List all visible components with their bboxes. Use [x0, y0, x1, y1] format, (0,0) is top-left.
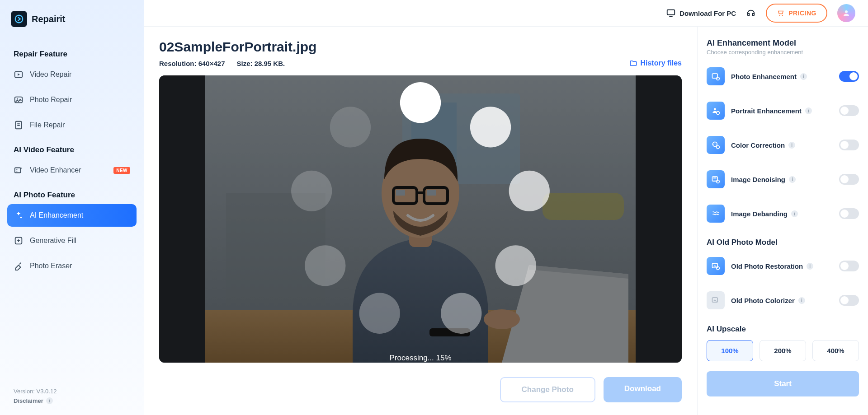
model-photo-enhancement: Photo Enhancementi [707, 59, 859, 93]
panel-heading-upscale: AI Upscale [707, 325, 859, 334]
logo-icon [11, 11, 27, 27]
old-photo-colorizer-icon [707, 291, 725, 309]
image-preview: Processing... 15% [159, 75, 682, 363]
nav-ai-enhancement[interactable]: AI Enhancement [7, 204, 137, 227]
svg-point-43 [712, 142, 717, 146]
meta-row: Resolution: 640×427 Size: 28.95 KB. Hist… [159, 59, 682, 67]
model-label: Image Debandingi [731, 210, 798, 218]
nav-generative-fill[interactable]: Generative Fill [7, 229, 137, 252]
pricing-button[interactable]: PRICING [766, 4, 827, 23]
user-avatar[interactable] [837, 4, 855, 22]
svg-point-35 [359, 293, 400, 334]
svg-point-44 [715, 143, 716, 144]
panel-heading-old-photo: AI Old Photo Model [707, 238, 859, 247]
svg-point-37 [291, 171, 332, 211]
processing-overlay: Processing... 15% [159, 75, 682, 363]
action-buttons: Change Photo Download [159, 377, 682, 402]
model-label: Old Photo Colorizeri [731, 297, 805, 304]
info-icon[interactable]: i [807, 263, 813, 270]
model-label: Image Denoisingi [731, 176, 796, 183]
toggle-photo-enhancement[interactable] [839, 71, 859, 82]
nav-file-repair[interactable]: File Repair [7, 114, 137, 136]
cart-icon [777, 9, 785, 17]
svg-point-34 [441, 293, 481, 334]
toggle-image-denoising[interactable] [839, 174, 859, 185]
svg-point-7 [20, 217, 22, 219]
svg-point-46 [713, 144, 714, 145]
svg-point-32 [509, 171, 550, 211]
start-button[interactable]: Start [707, 371, 859, 396]
svg-point-11 [782, 15, 783, 16]
toggle-old-photo-restoration[interactable] [839, 261, 859, 271]
pricing-label: PRICING [788, 9, 816, 17]
toggle-old-photo-colorizer[interactable] [839, 295, 859, 306]
nav-video-repair[interactable]: Video Repair [7, 63, 137, 86]
history-files-link[interactable]: History files [629, 59, 682, 67]
svg-point-45 [716, 144, 717, 145]
right-panel: AI Enhancement Model Choose correspondin… [697, 27, 868, 415]
content: 02SampleForPortrait.jpg Resolution: 640×… [144, 27, 868, 415]
video-repair-icon [14, 70, 24, 79]
upscale-100-button[interactable]: 100% [707, 340, 753, 361]
nav-label: Photo Eraser [30, 262, 72, 270]
nav-photo-eraser[interactable]: Photo Eraser [7, 255, 137, 277]
download-button[interactable]: Download [604, 377, 682, 402]
upscale-200-button[interactable]: 200% [760, 340, 806, 361]
model-label: Photo Enhancementi [731, 73, 807, 80]
section-ai-photo: AI Photo Feature [7, 191, 137, 200]
info-icon[interactable]: i [791, 210, 798, 217]
section-repair-feature: Repair Feature [7, 50, 137, 59]
upscale-options: 100% 200% 400% [707, 340, 859, 361]
logo-text: Repairit [32, 14, 65, 24]
nav-photo-repair[interactable]: Photo Repair [7, 89, 137, 111]
folder-icon [629, 59, 637, 67]
info-icon[interactable]: i [789, 176, 796, 183]
svg-point-40 [717, 77, 720, 80]
upscale-400-button[interactable]: 400% [812, 340, 859, 361]
section-ai-video: AI Video Feature [7, 145, 137, 154]
photo-eraser-icon [14, 261, 24, 271]
color-correction-icon [707, 136, 725, 154]
toggle-portrait-enhancement[interactable] [839, 105, 859, 116]
topbar: Download For PC PRICING [144, 0, 868, 27]
model-old-photo-colorizer: Old Photo Colorizeri [707, 283, 859, 317]
svg-point-0 [15, 15, 23, 23]
model-label: Portrait Enhancementi [731, 107, 812, 115]
download-label: Download For PC [679, 9, 736, 17]
model-label: Color Correctioni [731, 141, 795, 149]
nav-video-enhancer[interactable]: Video Enhancer NEW [7, 159, 137, 182]
change-photo-button[interactable]: Change Photo [500, 377, 595, 402]
toggle-color-correction[interactable] [839, 140, 859, 150]
svg-point-36 [305, 245, 345, 286]
model-image-denoising: Image Denoisingi [707, 162, 859, 196]
sidebar: Repairit Repair Feature Video Repair Pho… [0, 0, 144, 415]
center-panel: 02SampleForPortrait.jpg Resolution: 640×… [144, 27, 697, 415]
svg-point-49 [717, 180, 720, 183]
info-icon[interactable]: i [800, 73, 807, 80]
file-title: 02SampleForPortrait.jpg [159, 39, 682, 55]
info-icon[interactable]: i [805, 107, 812, 114]
size-text: Size: 28.95 KB. [236, 60, 285, 67]
nav-label: Video Repair [30, 70, 71, 79]
generative-fill-icon [14, 236, 24, 246]
svg-point-47 [717, 146, 720, 149]
support-button[interactable] [746, 8, 756, 18]
model-color-correction: Color Correctioni [707, 128, 859, 162]
old-photo-restoration-icon [707, 257, 725, 275]
image-denoising-icon [707, 170, 725, 188]
panel-subheading: Choose corresponding enhancement [707, 49, 859, 56]
info-icon[interactable]: i [798, 297, 805, 304]
loading-spinner-icon [159, 75, 682, 347]
toggle-image-debanding[interactable] [839, 208, 859, 219]
svg-point-41 [714, 108, 716, 110]
nav-label: Photo Repair [30, 96, 72, 104]
download-for-pc-button[interactable]: Download For PC [666, 8, 736, 18]
info-icon[interactable]: i [788, 142, 795, 149]
new-badge: NEW [113, 167, 130, 174]
svg-point-3 [17, 98, 18, 100]
model-old-photo-restoration: Old Photo Restorationi [707, 249, 859, 283]
disclaimer-link[interactable]: Disclaimer i [14, 397, 130, 404]
svg-point-30 [400, 82, 441, 123]
app-logo[interactable]: Repairit [7, 11, 137, 27]
resolution-text: Resolution: 640×427 [159, 60, 225, 67]
